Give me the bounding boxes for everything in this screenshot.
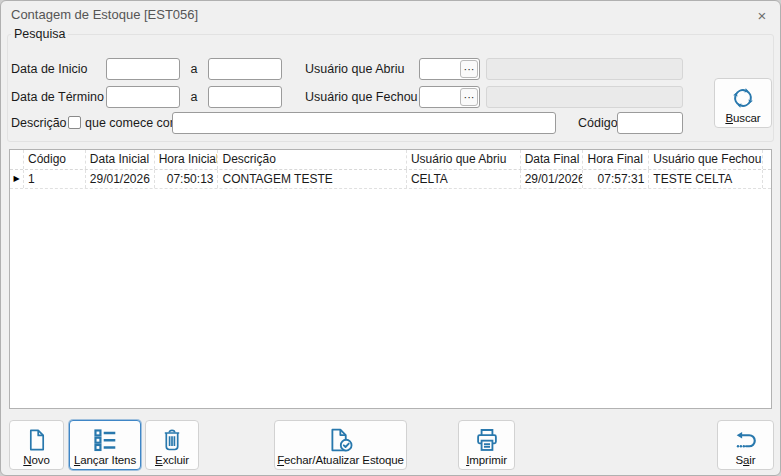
cell-usuario-abriu: CELTA (407, 170, 521, 188)
grid-header-data-final[interactable]: Data Final (521, 150, 584, 169)
usuario-abriu-nome-field (486, 58, 683, 80)
grid-header-usuario-abriu[interactable]: Usuário que Abriu (407, 150, 521, 169)
cell-data-final: 29/01/2026 (521, 170, 584, 188)
usuario-fechou-label: Usuário que Fechou (305, 86, 418, 108)
usuario-fechou-nome-field (486, 86, 683, 108)
grid-header-codigo[interactable]: Código (24, 150, 86, 169)
fechar-atualizar-estoque-button[interactable]: Fechar/Atualizar Estoque (274, 420, 407, 470)
cell-hora-inicial: 07:50:13 (155, 170, 219, 188)
cell-codigo: 1 (24, 170, 86, 188)
sair-button[interactable]: Sair (717, 420, 774, 470)
fechar-atualizar-estoque-button-label: Fechar/Atualizar Estoque (277, 454, 404, 466)
data-inicio-label: Data de Inicio (11, 58, 87, 80)
usuario-abriu-lookup: ··· (419, 58, 480, 80)
cell-filler (763, 170, 771, 188)
grid-header-row: Código Data Inicial Hora Inicial Descriç… (10, 150, 771, 170)
grid-header-hora-final[interactable]: Hora Final (583, 150, 649, 169)
trash-icon (160, 425, 184, 454)
comece-com-label: que comece com (85, 112, 180, 134)
data-termino-de-input[interactable] (106, 86, 180, 108)
descricao-input[interactable] (172, 112, 556, 134)
grid-header-filler (763, 150, 771, 169)
data-inicio-a-input[interactable] (208, 58, 282, 80)
contagem-estoque-window: Contagem de Estoque [EST056] × Pesquisa … (0, 0, 781, 476)
range-separator-2: a (187, 86, 201, 108)
comece-com-checkbox[interactable] (68, 116, 81, 129)
grid-header-descricao[interactable]: Descrição (218, 150, 406, 169)
cell-usuario-fechou: TESTE CELTA (649, 170, 763, 188)
range-separator-1: a (187, 58, 201, 80)
cell-data-inicial: 29/01/2026 (86, 170, 155, 188)
pesquisa-group-label: Pesquisa (11, 27, 68, 41)
cell-descricao: CONTAGEM TESTE (218, 170, 406, 188)
cell-hora-final: 07:57:31 (583, 170, 649, 188)
codigo-input[interactable] (617, 112, 683, 134)
lancar-itens-button[interactable]: Lançar Itens (69, 420, 141, 470)
usuario-abriu-lookup-button[interactable]: ··· (460, 60, 478, 78)
grid-header-data-inicial[interactable]: Data Inicial (86, 150, 155, 169)
list-icon (92, 425, 118, 454)
descricao-label: Descrição (11, 112, 67, 134)
close-icon[interactable]: × (750, 5, 774, 25)
document-check-icon (327, 425, 355, 454)
grid-row[interactable]: ▶ 1 29/01/2026 07:50:13 CONTAGEM TESTE C… (10, 170, 771, 189)
data-termino-label: Data de Término (11, 86, 104, 108)
new-document-icon (25, 425, 49, 454)
imprimir-button[interactable]: Imprimir (458, 420, 515, 470)
grid-header-usuario-fechou[interactable]: Usuário que Fechou (649, 150, 763, 169)
novo-button[interactable]: Novo (9, 420, 64, 470)
current-row-indicator: ▶ (10, 170, 24, 188)
excluir-button-label: Excluir (155, 454, 189, 466)
data-termino-a-input[interactable] (208, 86, 282, 108)
grid-header-indicator (10, 150, 24, 169)
contagens-grid: Código Data Inicial Hora Inicial Descriç… (9, 149, 772, 409)
usuario-fechou-lookup-button[interactable]: ··· (460, 88, 478, 106)
lancar-itens-button-label: Lançar Itens (74, 454, 136, 466)
window-title: Contagem de Estoque [EST056] (11, 7, 198, 22)
novo-button-label: Novo (23, 454, 49, 466)
printer-icon (474, 425, 500, 454)
codigo-label: Código (578, 112, 618, 134)
refresh-icon (730, 83, 756, 112)
sair-button-label: Sair (735, 454, 755, 466)
imprimir-button-label: Imprimir (466, 454, 507, 466)
grid-header-hora-inicial[interactable]: Hora Inicial (155, 150, 219, 169)
usuario-fechou-lookup: ··· (419, 86, 480, 108)
excluir-button[interactable]: Excluir (145, 420, 199, 470)
buscar-button[interactable]: Buscar (714, 78, 772, 128)
buscar-button-label: Buscar (725, 112, 760, 124)
return-arrow-icon (733, 425, 759, 454)
data-inicio-de-input[interactable] (106, 58, 180, 80)
usuario-abriu-label: Usuário que Abriu (305, 58, 404, 80)
